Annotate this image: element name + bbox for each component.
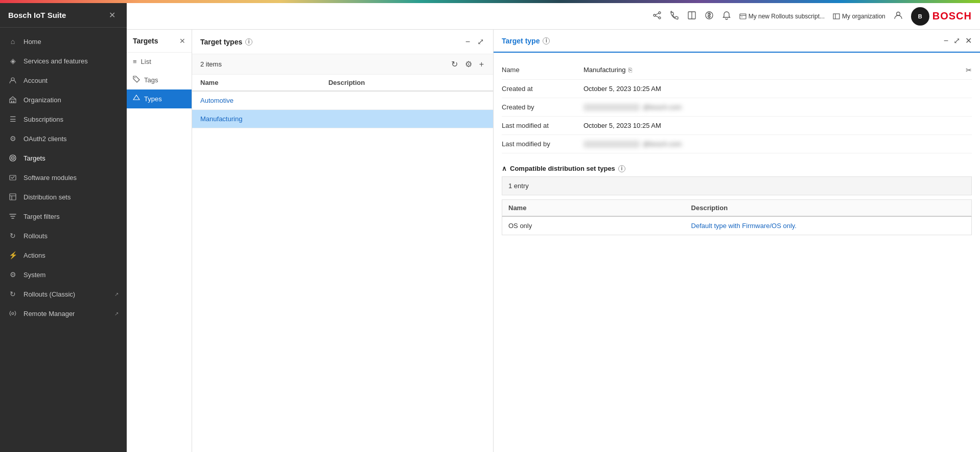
- detail-field-created-at: Created at October 5, 2023 10:25 AM: [502, 80, 972, 98]
- sidebar-item-targets[interactable]: Targets: [0, 148, 127, 168]
- settings-button[interactable]: ⚙: [464, 58, 473, 70]
- targets-icon: [8, 153, 17, 163]
- sidebar-item-rollouts[interactable]: ↻ Rollouts: [0, 226, 127, 245]
- svg-point-10: [659, 12, 661, 14]
- sidebar-item-label: Account: [24, 77, 119, 84]
- book-icon[interactable]: [687, 11, 696, 22]
- target-types-minimize-button[interactable]: −: [464, 36, 471, 48]
- subscriptions-icon: ☰: [8, 115, 17, 124]
- compat-table-row[interactable]: OS only Default type with Firmware/OS on…: [502, 217, 972, 235]
- sidebar-item-home[interactable]: ⌂ Home: [0, 32, 127, 51]
- svg-line-14: [656, 16, 659, 17]
- org-link[interactable]: My organization: [833, 13, 885, 20]
- refresh-button[interactable]: ↻: [450, 58, 459, 70]
- items-actions: ↻ ⚙ +: [450, 58, 485, 70]
- sidebar-item-services[interactable]: ◈ Services and features: [0, 51, 127, 71]
- target-types-maximize-button[interactable]: ⤢: [476, 36, 485, 48]
- detail-maximize-button[interactable]: ⤢: [953, 36, 960, 46]
- svg-marker-25: [133, 95, 139, 100]
- detail-info-icon[interactable]: i: [543, 37, 550, 44]
- compat-info-icon[interactable]: i: [618, 165, 625, 172]
- top-bar: My new Rollouts subscript... My organiza…: [127, 3, 980, 30]
- bell-icon[interactable]: [722, 11, 731, 22]
- sidebar-item-subscriptions[interactable]: ☰ Subscriptions: [0, 109, 127, 129]
- detail-close-button[interactable]: ✕: [965, 36, 972, 46]
- field-label-name: Name: [502, 66, 584, 74]
- sidebar-item-label: Subscriptions: [24, 116, 119, 123]
- target-types-info-icon[interactable]: i: [245, 38, 252, 46]
- svg-line-13: [656, 13, 659, 15]
- targets-types-item[interactable]: Types: [127, 89, 192, 108]
- sidebar-item-rollouts-classic[interactable]: ↻ Rollouts (Classic) ↗: [0, 284, 127, 304]
- table-row[interactable]: Manufacturing: [192, 110, 493, 128]
- row-name: Automotive: [200, 97, 329, 104]
- items-count: 2 items: [200, 60, 222, 68]
- col-desc-header: Description: [329, 79, 485, 86]
- subscription-link[interactable]: My new Rollouts subscript...: [739, 13, 825, 20]
- scissors-icon[interactable]: ✂: [966, 66, 972, 74]
- sidebar-item-account[interactable]: Account: [0, 71, 127, 90]
- field-value-last-modified-by: @bosch.com: [584, 140, 972, 148]
- sidebar-item-oauth2[interactable]: ⚙ OAuth2 clients: [0, 129, 127, 148]
- detail-body: Name Manufacturing ⎘ ✂ Created at Octobe…: [494, 53, 980, 243]
- targets-tags-item[interactable]: Tags: [127, 71, 192, 89]
- sidebar-item-actions[interactable]: ⚡ Actions: [0, 245, 127, 265]
- actions-icon: ⚡: [8, 251, 17, 260]
- sidebar-item-label: OAuth2 clients: [24, 135, 119, 143]
- phone-icon[interactable]: [670, 11, 679, 22]
- sidebar-item-system[interactable]: ⚙ System: [0, 265, 127, 284]
- sidebar-item-label: Rollouts (Classic): [24, 290, 108, 298]
- sidebar-close-button[interactable]: ✕: [106, 9, 119, 21]
- target-types-header: Target types i − ⤢: [192, 30, 493, 54]
- sidebar-item-label: Targets: [24, 154, 119, 162]
- user-icon[interactable]: [894, 11, 903, 22]
- detail-field-name: Name Manufacturing ⎘ ✂: [502, 61, 972, 80]
- sidebar-item-label: Remote Manager: [24, 310, 108, 318]
- field-value-name: Manufacturing ⎘: [584, 66, 966, 74]
- svg-rect-3: [13, 101, 14, 103]
- add-button[interactable]: +: [478, 59, 485, 70]
- sidebar-item-label: Target filters: [24, 213, 119, 220]
- sidebar-item-organization[interactable]: Organization: [0, 90, 127, 109]
- detail-field-last-modified-at: Last modified at October 5, 2023 10:25 A…: [502, 117, 972, 135]
- share-icon[interactable]: [652, 11, 662, 22]
- dollar-icon[interactable]: [705, 11, 714, 22]
- sidebar-item-remote-manager[interactable]: Remote Manager ↗: [0, 304, 127, 323]
- row-name: Manufacturing: [200, 115, 329, 123]
- compat-section: ∧ Compatible distribution set types i 1 …: [502, 157, 972, 235]
- rollouts-classic-icon: ↻: [8, 289, 17, 299]
- field-label-created-by: Created by: [502, 103, 584, 111]
- external-link-icon: ↗: [114, 291, 119, 297]
- collapse-icon[interactable]: ∧: [502, 165, 507, 172]
- sidebar-header: Bosch IoT Suite ✕: [0, 3, 127, 28]
- copy-icon[interactable]: ⎘: [628, 66, 632, 74]
- sidebar-item-software[interactable]: Software modules: [0, 168, 127, 187]
- svg-rect-2: [11, 101, 12, 103]
- targets-list-item[interactable]: ≡ List: [127, 53, 192, 71]
- table-row[interactable]: Automotive: [192, 92, 493, 110]
- targets-panel-close-button[interactable]: ✕: [179, 37, 185, 45]
- sidebar-item-label: Rollouts: [24, 232, 119, 240]
- detail-field-last-modified-by: Last modified by @bosch.com: [502, 135, 972, 153]
- external-link-icon: ↗: [114, 311, 119, 317]
- rainbow-bar: [0, 0, 980, 3]
- sidebar-item-label: Software modules: [24, 174, 119, 182]
- sidebar-item-distribution[interactable]: Distribution sets: [0, 187, 127, 207]
- compat-count-bar: 1 entry: [502, 176, 972, 195]
- sidebar-item-label: Services and features: [24, 57, 119, 65]
- target-types-title: Target types i: [200, 38, 252, 46]
- detail-minimize-button[interactable]: −: [944, 36, 948, 46]
- remote-manager-icon: [8, 309, 17, 318]
- target-types-table-header: Name Description: [192, 75, 493, 92]
- sidebar-item-target-filters[interactable]: Target filters: [0, 207, 127, 226]
- main-area: My new Rollouts subscript... My organiza…: [127, 3, 980, 452]
- sidebar-item-label: Organization: [24, 96, 119, 104]
- panels-container: Targets ✕ ≡ List Tags: [127, 30, 980, 452]
- svg-rect-1: [10, 99, 16, 103]
- field-value-created-by: @bosch.com: [584, 103, 972, 111]
- oauth2-icon: ⚙: [8, 134, 17, 143]
- detail-panel-title: Target type i: [502, 37, 550, 45]
- services-icon: ◈: [8, 56, 17, 65]
- bosch-brand-text: BOSCH: [932, 10, 972, 22]
- targets-panel-title: Targets: [133, 37, 158, 45]
